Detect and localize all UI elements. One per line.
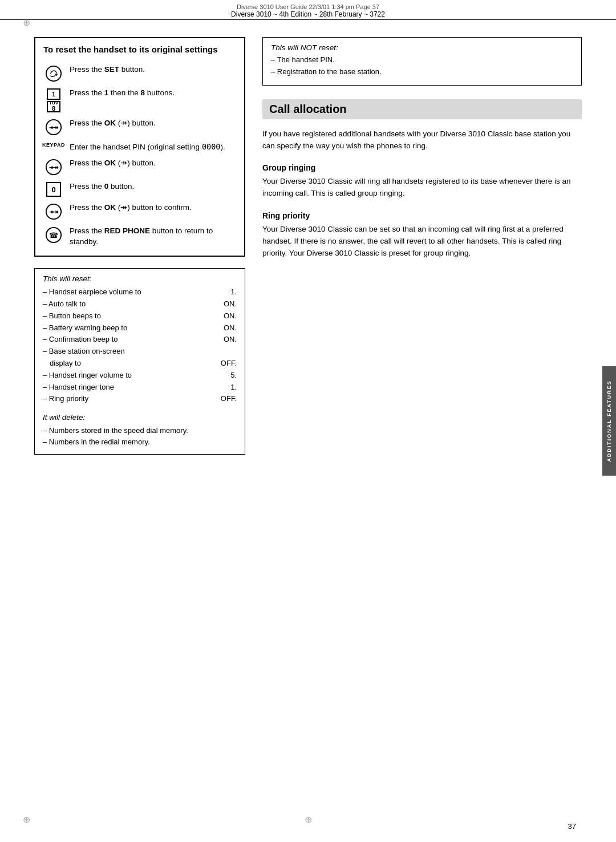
reset-item-2-val: ON.	[214, 298, 237, 310]
reset-box-title: To reset the handset to its original set…	[43, 44, 236, 55]
step-2: 1 TUV 8 Press the 1 then the 8 buttons.	[43, 88, 236, 112]
reset-item-7-label: – Handset ringer volume to	[43, 370, 214, 382]
reset-item-6: – Base station on-screen display to OFF.	[43, 346, 237, 370]
side-tab: ADDITIONAL FEATURES	[602, 366, 616, 476]
step-7-text: Press the OK (↠) button to confirm.	[70, 203, 236, 213]
reset-item-7: – Handset ringer volume to 5.	[43, 370, 237, 382]
reset-items-list: – Handset earpiece volume to 1. – Auto t…	[43, 286, 237, 405]
keypad-icon: KEYPAD	[43, 142, 64, 148]
ring-priority-subsection: Ring priority Your Diverse 3010 Classic …	[262, 211, 582, 260]
num-1-box: 1	[47, 88, 60, 100]
step-3-text: Press the OK (↠) button.	[70, 118, 236, 129]
call-allocation-section: Call allocation If you have registered a…	[262, 99, 582, 260]
delete-item-1: – Numbers stored in the speed dial memor…	[43, 425, 237, 436]
reset-item-3: – Button beeps to ON.	[43, 310, 237, 322]
reset-item-8: – Handset ringer tone 1.	[43, 382, 237, 394]
step-6-text: Press the 0 button.	[70, 181, 236, 192]
num-8-box: TUV 8	[47, 101, 60, 112]
reset-item-5: – Confirmation beep to ON.	[43, 334, 237, 346]
set-button-icon	[45, 65, 62, 82]
not-reset-box: This will NOT reset: The handset PIN. Re…	[262, 37, 582, 86]
ok-arrow-icon-1: ↠↠	[43, 119, 64, 136]
step-8-text: Press the RED PHONE button to return to …	[70, 226, 236, 248]
reset-item-2-label: – Auto talk to	[43, 298, 214, 310]
step-8: ☎ Press the RED PHONE button to return t…	[43, 226, 236, 248]
group-ringing-subsection: Group ringing Your Diverse 3010 Classic …	[262, 163, 582, 200]
svg-text:↠↠: ↠↠	[49, 164, 59, 171]
red-phone-icon: ☎	[43, 226, 64, 244]
page-header: Diverse 3010 User Guide 22/3/01 1:34 pm …	[0, 0, 616, 20]
step-3: ↠↠ Press the OK (↠) button.	[43, 118, 236, 136]
reset-item-9-val: OFF.	[214, 393, 237, 405]
steps-list: Press the SET button. 1 TUV 8	[43, 64, 236, 248]
reset-item-7-val: 5.	[214, 370, 237, 382]
bottom-center-mark: ⊕	[305, 814, 312, 825]
reset-item-6-val: OFF.	[214, 358, 237, 370]
num-0-box: 0	[46, 182, 61, 197]
reset-item-9: – Ring priority OFF.	[43, 393, 237, 405]
num-18-icon: 1 TUV 8	[43, 88, 64, 112]
keypad-label: KEYPAD	[42, 142, 65, 148]
reset-item-3-label: – Button beeps to	[43, 310, 214, 322]
call-allocation-header: Call allocation	[262, 99, 582, 119]
delete-item-2: – Numbers in the redial memory.	[43, 436, 237, 448]
reset-item-4-label: – Battery warning beep to	[43, 322, 214, 334]
bottom-left-mark: ⊕	[23, 814, 30, 825]
svg-text:↠↠: ↠↠	[49, 124, 59, 130]
svg-point-0	[46, 66, 61, 80]
reset-item-3-val: ON.	[214, 310, 237, 322]
step-7: ↠↠ Press the OK (↠) button to confirm.	[43, 203, 236, 220]
step-1-text: Press the SET button.	[70, 64, 236, 75]
reset-item-5-label: – Confirmation beep to	[43, 334, 214, 346]
svg-text:☎: ☎	[49, 231, 58, 240]
phone-button-icon: ☎	[45, 226, 62, 244]
reset-item-6-label: – Base station on-screen	[43, 346, 237, 358]
step-4-text: Enter the handset PIN (original setting …	[70, 141, 236, 153]
this-will-reset-box: This will reset: – Handset earpiece volu…	[34, 268, 245, 455]
top-left-mark: ⊕	[23, 17, 30, 28]
reset-item-8-label: – Handset ringer tone	[43, 382, 214, 394]
reset-item-1-label: – Handset earpiece volume to	[43, 286, 214, 298]
ok-button-icon-1: ↠↠	[45, 119, 62, 136]
reset-item-8-val: 1.	[214, 382, 237, 394]
reset-item-1: – Handset earpiece volume to 1.	[43, 286, 237, 298]
page-number: 37	[568, 822, 576, 831]
step-5: ↠↠ Press the OK (↠) button.	[43, 158, 236, 176]
reset-item-1-val: 1.	[214, 286, 237, 298]
reset-item-6-sublabel: display to	[43, 358, 214, 370]
step-2-text: Press the 1 then the 8 buttons.	[70, 88, 236, 99]
not-reset-item-2: Registration to the base station.	[271, 66, 573, 78]
right-column: This will NOT reset: The handset PIN. Re…	[262, 37, 582, 464]
group-ringing-title: Group ringing	[262, 163, 582, 172]
header-sub-line: Diverse 3010 ~ 4th Edition ~ 28th Februa…	[0, 10, 616, 18]
delete-items-list: – Numbers stored in the speed dial memor…	[43, 425, 237, 447]
not-reset-list: The handset PIN. Registration to the bas…	[271, 54, 573, 78]
not-reset-title: This will NOT reset:	[271, 43, 573, 52]
step-4: KEYPAD Enter the handset PIN (original s…	[43, 141, 236, 153]
it-will-delete-title: It will delete:	[43, 413, 237, 422]
svg-text:↠↠: ↠↠	[49, 209, 59, 215]
ok-arrow-icon-3: ↠↠	[43, 203, 64, 220]
num-0-icon: 0	[43, 182, 64, 197]
reset-item-9-label: – Ring priority	[43, 393, 214, 405]
reset-item-2: – Auto talk to ON.	[43, 298, 237, 310]
reset-item-5-val: ON.	[214, 334, 237, 346]
ok-button-icon-3: ↠↠	[45, 203, 62, 220]
this-will-reset-title: This will reset:	[43, 274, 237, 283]
ok-button-icon-2: ↠↠	[45, 159, 62, 176]
left-column: To reset the handset to its original set…	[34, 37, 245, 464]
reset-item-4: – Battery warning beep to ON.	[43, 322, 237, 334]
header-top-line: Diverse 3010 User Guide 22/3/01 1:34 pm …	[0, 3, 616, 10]
set-icon	[43, 65, 64, 82]
step-6: 0 Press the 0 button.	[43, 181, 236, 197]
step-1: Press the SET button.	[43, 64, 236, 82]
step-5-text: Press the OK (↠) button.	[70, 158, 236, 169]
ring-priority-title: Ring priority	[262, 211, 582, 220]
ring-priority-body: Your Diverse 3010 Classic can be set so …	[262, 224, 582, 260]
not-reset-item-1: The handset PIN.	[271, 54, 573, 66]
group-ringing-body: Your Diverse 3010 Classic will ring all …	[262, 176, 582, 200]
reset-instructions-box: To reset the handset to its original set…	[34, 37, 245, 257]
reset-item-4-val: ON.	[214, 322, 237, 334]
call-allocation-body: If you have registered additional handse…	[262, 128, 582, 152]
ok-arrow-icon-2: ↠↠	[43, 159, 64, 176]
